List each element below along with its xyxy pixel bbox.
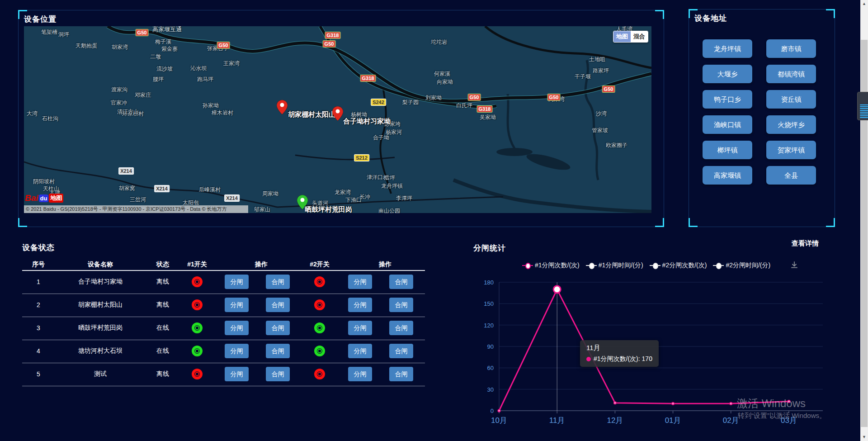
open-button-2[interactable]: 分闸: [348, 275, 372, 289]
scroll-marker-widget[interactable]: [857, 92, 868, 120]
address-button-大堰乡[interactable]: 大堰乡: [703, 65, 752, 83]
road-shield-g50: G50: [323, 40, 336, 47]
corner-decor: [18, 10, 19, 19]
switch-led-indicator: [192, 346, 203, 356]
address-button-高家堰镇[interactable]: 高家堰镇: [703, 166, 752, 185]
map-place-label: 龙舟坪镇: [381, 182, 403, 190]
map-place-label: 梅子溪: [155, 38, 171, 46]
map-pin-marker[interactable]: [332, 106, 343, 121]
address-button-资丘镇[interactable]: 资丘镇: [766, 90, 816, 109]
corner-decor: [18, 10, 27, 11]
legend-item[interactable]: #1分闸时间/(分): [586, 261, 643, 270]
row-divider: [22, 294, 425, 294]
scrollbar[interactable]: ▲ ▼: [860, 0, 868, 441]
y-tick-label: 0: [476, 408, 494, 414]
close-button-1[interactable]: 合闸: [266, 321, 290, 335]
open-button-1[interactable]: 分闸: [225, 344, 249, 358]
road-shield-g50: G50: [217, 42, 230, 49]
map-place-label: 紫金寨: [161, 45, 178, 53]
chart-legend: #1分闸次数/(次)#1分闸时间/(分)#2分闸次数/(次)#2分闸时间/(分): [522, 261, 770, 270]
road-shield-x214: X214: [154, 185, 170, 192]
led-inner-ring: [317, 303, 322, 307]
legend-marker-dot: [653, 263, 658, 269]
close-button-1[interactable]: 合闸: [266, 367, 290, 381]
address-button-鸭子口乡[interactable]: 鸭子口乡: [703, 90, 752, 109]
legend-marker-dot: [589, 263, 594, 269]
map-place-label: 刘家坳: [425, 94, 442, 102]
open-button-1[interactable]: 分闸: [225, 367, 249, 381]
download-icon[interactable]: [790, 261, 798, 271]
map-place-label: 二墩: [150, 53, 161, 61]
open-button-2[interactable]: 分闸: [348, 367, 372, 381]
led-inner-ring: [195, 303, 199, 307]
open-button-2[interactable]: 分闸: [348, 321, 372, 335]
map-place-label: 官家冲: [111, 99, 127, 107]
map-place-label: 胡家湾: [112, 43, 128, 51]
open-button-1[interactable]: 分闸: [225, 275, 249, 289]
map-place-label: 吴家坳: [480, 114, 496, 121]
address-button-龙舟坪镇[interactable]: 龙舟坪镇: [703, 39, 752, 58]
road-shield-x214: X214: [118, 167, 134, 175]
legend-label: #1分闸次数/(次): [535, 261, 580, 270]
legend-item[interactable]: #1分闸次数/(次): [522, 261, 580, 270]
panel-title-address: 设备地址: [694, 13, 727, 24]
panel-title-chart: 分闸统计: [473, 243, 506, 253]
address-button-榔坪镇[interactable]: 榔坪镇: [703, 141, 752, 159]
close-button-2[interactable]: 合闸: [389, 298, 413, 312]
close-button-2[interactable]: 合闸: [389, 275, 413, 289]
baidu-map[interactable]: 笔架槽洞坪天鹅抱蛋胡家湾高家堰互通梅子溪紫金寨二墩流沙坡沁水坝王家湾腰坪跑马坪渡…: [24, 26, 651, 213]
map-place-label: 高家堰互通: [152, 26, 182, 33]
address-button-贺家坪镇[interactable]: 贺家坪镇: [766, 141, 816, 159]
close-button-1[interactable]: 合闸: [266, 275, 290, 289]
map-place-label: 坨坨岩: [431, 38, 447, 46]
map-place-label: 渡家沟: [111, 86, 127, 94]
close-button-1[interactable]: 合闸: [266, 298, 290, 312]
close-button-2[interactable]: 合闸: [389, 344, 413, 358]
map-place-label: 天鹅抱蛋: [75, 42, 97, 50]
close-button-1[interactable]: 合闸: [266, 344, 290, 358]
legend-marker-dot: [716, 263, 722, 269]
map-place-label: 欧家圈子: [606, 142, 627, 149]
device-location-panel: 设备位置 笔架槽洞坪天鹅抱蛋胡家湾高家堰互通梅子溪紫金寨二墩流沙坡沁水坝王家湾腰…: [18, 10, 664, 227]
table-header-0: 序号: [32, 261, 45, 269]
map-place-label: 石柱沟: [42, 115, 58, 123]
road-shield-g50: G50: [547, 94, 561, 101]
led-inner-ring: [195, 372, 199, 376]
view-detail-link[interactable]: 查看详情: [792, 239, 819, 248]
road-shield-s212: S212: [354, 154, 369, 161]
close-button-2[interactable]: 合闸: [389, 367, 413, 381]
map-place-label: 向家坳: [437, 78, 453, 86]
close-button-2[interactable]: 合闸: [389, 321, 413, 335]
table-cell-index: 2: [37, 301, 40, 308]
scroll-up-arrow[interactable]: ▲: [860, 0, 868, 8]
map-type-map[interactable]: 地图: [613, 31, 631, 42]
open-button-2[interactable]: 分闸: [348, 298, 372, 312]
scroll-down-arrow[interactable]: ▼: [860, 433, 868, 441]
address-button-全县[interactable]: 全县: [766, 166, 816, 185]
table-cell-name: 合子坳村习家坳: [78, 278, 123, 286]
map-place-label: 路家坪: [593, 67, 609, 75]
address-button-磨市镇[interactable]: 磨市镇: [766, 39, 816, 58]
address-button-渔峡口镇[interactable]: 渔峡口镇: [703, 115, 752, 134]
open-button-2[interactable]: 分闸: [348, 344, 372, 358]
open-button-1[interactable]: 分闸: [225, 298, 249, 312]
open-button-1[interactable]: 分闸: [225, 321, 249, 335]
map-copyright: © 2021 Baidu - GS(2019)5218号 - 甲测资字11009…: [24, 205, 248, 213]
map-place-label: 土地咀: [589, 56, 605, 63]
map-place-label: 孙家坳: [203, 102, 219, 109]
table-header-6: 操作: [379, 261, 392, 269]
corner-decor: [689, 9, 698, 10]
legend-item[interactable]: #2分闸次数/(次): [650, 261, 707, 270]
map-place-label: 梨子园: [402, 99, 419, 106]
led-inner-ring: [317, 372, 322, 376]
led-inner-ring: [317, 349, 322, 353]
y-tick-label: 120: [476, 322, 494, 328]
map-pin-marker[interactable]: [277, 100, 288, 114]
map-type-hybrid[interactable]: 混合: [631, 31, 648, 42]
legend-item[interactable]: #2分闸时间/(分): [713, 261, 770, 270]
address-button-火烧坪乡[interactable]: 火烧坪乡: [766, 115, 816, 134]
address-button-都镇湾镇[interactable]: 都镇湾镇: [766, 65, 816, 83]
switch-led-indicator: [314, 299, 325, 310]
map-place-label: 洞坪: [58, 31, 69, 38]
map-type-control[interactable]: 地图 混合: [613, 31, 648, 43]
